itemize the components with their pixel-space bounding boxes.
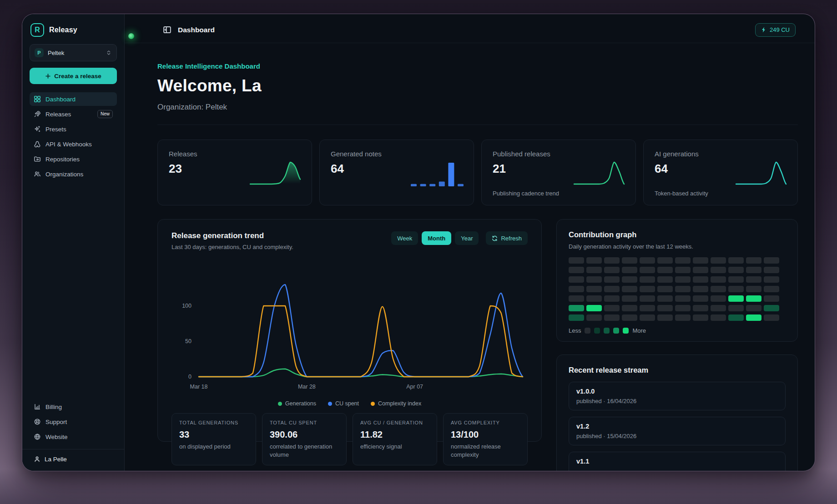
contribution-cell [622, 286, 637, 292]
contribution-cell [622, 257, 637, 264]
contribution-cell [728, 314, 744, 321]
contribution-cell [586, 267, 602, 273]
contribution-cell [746, 276, 761, 283]
stat-card-ai-generations: AI generations 64 Token-based activity [643, 140, 798, 205]
legend-swatch [623, 328, 629, 334]
contribution-cell [764, 295, 779, 302]
contribution-cell [693, 257, 708, 264]
org-select-value: Peltek [48, 50, 64, 56]
trend-stats-row: TOTAL GENERATIONS 33 on displayed period… [171, 413, 528, 465]
contribution-cell [711, 276, 726, 283]
svg-text:0: 0 [188, 374, 192, 380]
contribution-row [569, 267, 786, 273]
contribution-card: Contribution graph Daily generation acti… [556, 219, 798, 342]
contribution-cell [657, 295, 673, 302]
contribution-cell [746, 305, 761, 311]
rocket-icon [34, 110, 41, 118]
contribution-cell [586, 305, 602, 311]
contribution-cell [640, 305, 655, 311]
contribution-cell [728, 257, 744, 264]
sidebar-item-releases[interactable]: Releases New [30, 107, 117, 121]
contribution-cell [586, 257, 602, 264]
webhook-icon [34, 140, 41, 148]
stat-avg-complexity: AVG COMPLEXITY 13/100 normalized release… [443, 413, 528, 465]
release-item[interactable]: v1.0.0 published · 16/04/2026 [569, 382, 786, 410]
stat-total-generations: TOTAL GENERATIONS 33 on displayed period [171, 413, 256, 465]
dashboard-content: Release Intelligence Dashboard Welcome, … [125, 43, 815, 471]
collapse-sidebar-icon[interactable] [163, 25, 171, 34]
contribution-cell [569, 295, 584, 302]
contribution-cell [604, 305, 620, 311]
contribution-cell [728, 276, 744, 283]
sidebar-item-dashboard[interactable]: Dashboard [30, 92, 117, 106]
contribution-subtitle: Daily generation activity over the last … [569, 243, 786, 250]
contribution-cell [604, 267, 620, 273]
bar-chart-icon [34, 403, 41, 410]
stat-total-cu-spent: TOTAL CU SPENT 390.06 correlated to gene… [262, 413, 347, 465]
sidebar-item-presets[interactable]: Presets [30, 122, 117, 136]
range-year-button[interactable]: Year [455, 231, 479, 245]
contribution-cell [693, 314, 708, 321]
range-week-button[interactable]: Week [391, 231, 418, 245]
contribution-cell [657, 286, 673, 292]
sidebar-item-website[interactable]: Website [30, 430, 117, 444]
contribution-cell [569, 286, 584, 292]
contribution-cell [728, 305, 744, 311]
contribution-cell [693, 276, 708, 283]
contribution-cell [604, 276, 620, 283]
eyebrow: Release Intelligence Dashboard [157, 62, 798, 70]
range-month-button[interactable]: Month [422, 231, 451, 245]
users-icon [34, 170, 41, 178]
contribution-cell [622, 267, 637, 273]
org-avatar: P [35, 48, 44, 57]
contribution-cell [622, 295, 637, 302]
contribution-cell [675, 305, 691, 311]
contribution-cell [746, 267, 761, 273]
generations-legend-dot [278, 402, 282, 406]
sidebar: R Releasy P Peltek Create a release Dash… [22, 14, 125, 471]
brand-name: Releasy [49, 26, 77, 34]
contribution-cell [640, 267, 655, 273]
chevron-up-down-icon [106, 50, 112, 56]
organization-select[interactable]: P Peltek [30, 44, 117, 61]
contribution-cell [569, 305, 584, 311]
contribution-cell [675, 267, 691, 273]
contribution-cell [711, 257, 726, 264]
contribution-cell [622, 276, 637, 283]
release-item[interactable]: v1.2 published · 15/04/2026 [569, 417, 786, 445]
main-header: Dashboard 249 CU [125, 14, 815, 43]
contribution-cell [569, 257, 584, 264]
sidebar-item-repositories[interactable]: Repositories [30, 152, 117, 166]
repository-folder-icon [34, 155, 41, 163]
right-column: Contribution graph Daily generation acti… [556, 219, 798, 471]
contribution-cell [640, 314, 655, 321]
stream-title: Recent release stream [569, 366, 786, 374]
app-window: R Releasy P Peltek Create a release Dash… [22, 14, 815, 471]
user-menu[interactable]: La Pelle [30, 449, 117, 464]
create-release-button[interactable]: Create a release [30, 68, 117, 84]
contribution-cell [640, 276, 655, 283]
contribution-cell [657, 314, 673, 321]
credits-badge[interactable]: 249 CU [755, 23, 796, 37]
sidebar-item-api-webhooks[interactable]: API & Webhooks [30, 137, 117, 151]
main-area: Dashboard 249 CU Release Intelligence Da… [125, 14, 815, 471]
sidebar-item-organizations[interactable]: Organizations [30, 167, 117, 181]
contribution-cell [746, 257, 761, 264]
stat-card-generated-notes: Generated notes 64 [319, 140, 474, 205]
refresh-button[interactable]: Refresh [486, 231, 528, 245]
release-item[interactable]: v1.1 [569, 452, 786, 471]
welcome-org: Organization: Peltek [157, 103, 798, 112]
contribution-row [569, 314, 786, 321]
lifebuoy-icon [34, 418, 41, 425]
sidebar-item-support[interactable]: Support [30, 415, 117, 429]
contribution-cell [657, 257, 673, 264]
contribution-cell [764, 314, 779, 321]
brand: R Releasy [30, 21, 117, 44]
legend-swatch [585, 328, 590, 334]
sidebar-item-billing[interactable]: Billing [30, 400, 117, 414]
contribution-cell [675, 295, 691, 302]
user-name: La Pelle [45, 456, 67, 463]
releases-sparkline [249, 159, 302, 187]
new-badge: New [97, 110, 113, 118]
plus-icon [45, 73, 51, 79]
